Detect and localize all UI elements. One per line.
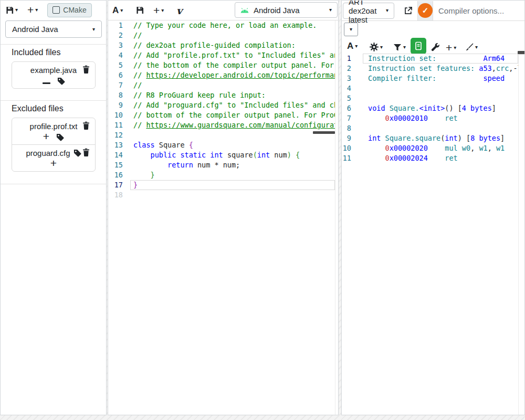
caret-down-icon: ▾	[15, 7, 18, 13]
line-content: 0x00002024 ret	[368, 153, 458, 163]
line-number: 7	[342, 113, 351, 123]
panel-dropdown-button[interactable]: ▾	[344, 23, 358, 36]
code-line[interactable]: 10// bottom of the compiler output panel…	[108, 110, 335, 120]
line-number: 7	[108, 80, 123, 90]
line-content: }	[133, 170, 155, 180]
caret-down-icon: ▾	[120, 8, 123, 13]
code-line[interactable]: 18	[108, 190, 335, 200]
code-line[interactable]: 10 0x00002020 mul w0, w1, w1	[342, 143, 518, 153]
line-number: 10	[108, 110, 123, 120]
line-number: 4	[342, 83, 351, 93]
filter-button[interactable]: ▾	[393, 43, 406, 51]
code-line[interactable]: 8	[342, 123, 518, 133]
add-pane-button[interactable]: + ▾	[153, 7, 164, 14]
include-file-button[interactable]: +	[43, 133, 49, 142]
open-in-new-window-button[interactable]	[404, 6, 413, 15]
code-line[interactable]: 8// R8 ProGuard keep rule input:	[108, 90, 335, 100]
code-line[interactable]: 3Compiler filter: speed	[342, 74, 518, 83]
add-tool-button[interactable]: + ▾	[446, 44, 456, 51]
file-card-proguard-cfg[interactable]: proguard.cfg +	[12, 144, 95, 171]
code-line[interactable]: 2//	[108, 30, 335, 40]
code-line[interactable]: 5	[342, 93, 518, 103]
line-content: // Add "proguard.cfg" to "Included files…	[133, 100, 335, 110]
code-line[interactable]: 2Instruction set features: a53,crc,-lse,…	[342, 64, 518, 74]
delete-file-button[interactable]	[82, 148, 90, 156]
save-button[interactable]: ▾	[6, 6, 18, 14]
line-content: return num * num;	[133, 160, 240, 170]
compiler-explorer-app: { "colors":{ "accent_green":"#28a745","a…	[0, 0, 525, 420]
assembly-output[interactable]: 1Instruction set: Arm642Instruction set …	[342, 54, 518, 415]
code-line[interactable]: 7 0x00002010 ret	[342, 113, 518, 123]
code-line[interactable]: 17}	[108, 180, 335, 190]
wand-icon	[465, 43, 474, 51]
wrench-icon	[431, 43, 440, 51]
excluded-files-section: Excluded files profile.prof.txt +	[1, 101, 106, 177]
vim-mode-button[interactable]: v	[176, 5, 182, 16]
line-number: 6	[108, 70, 123, 80]
code-line[interactable]: 15 return num * num;	[108, 160, 335, 170]
stage-file-button[interactable]	[57, 77, 65, 85]
code-line[interactable]: 6void Square.<init>() [4 bytes]	[342, 103, 518, 113]
save-button[interactable]	[136, 6, 144, 14]
code-line[interactable]: 3// dex2oat profile-guided compilation:	[108, 40, 335, 50]
code-line[interactable]: 7//	[108, 80, 335, 90]
line-number: 1	[342, 54, 351, 64]
font-icon: A	[112, 5, 119, 16]
file-card-profile-prof[interactable]: profile.prof.txt +	[12, 118, 95, 144]
code-line[interactable]: 4// Add "profile.prof.txt" to "Included …	[108, 50, 335, 60]
stage-file-button[interactable]	[56, 133, 64, 141]
code-line[interactable]: 13class Square {	[108, 140, 335, 150]
source-code[interactable]: 1// Type your code here, or load an exam…	[108, 20, 335, 415]
code-line[interactable]: 9int Square.square(int) [8 bytes]	[342, 133, 518, 143]
output-overview-ruler	[518, 54, 519, 415]
line-content: // bottom of the compiler output panel. …	[133, 110, 335, 120]
line-number: 11	[108, 120, 123, 130]
code-line[interactable]: 1// Type your code here, or load an exam…	[108, 20, 335, 30]
code-line[interactable]: 1Instruction set: Arm64	[342, 54, 518, 64]
cmake-toggle-button[interactable]: CMake	[47, 3, 91, 17]
compiler-select[interactable]: ART dex2oat latest ▾	[343, 3, 394, 19]
delete-file-button[interactable]	[82, 65, 90, 74]
line-content: // R8 ProGuard keep rule input:	[133, 90, 266, 100]
compiler-name: ART dex2oat latest	[349, 0, 386, 24]
code-line[interactable]: 6// https://developer.android.com/topic/…	[108, 70, 335, 80]
line-content: int Square.square(int) [8 bytes]	[368, 133, 505, 143]
caret-down-icon: ▾	[386, 8, 388, 13]
scrollbar-thumb[interactable]	[518, 51, 525, 54]
code-line[interactable]: 16 }	[108, 170, 335, 180]
tools-button[interactable]	[431, 43, 440, 51]
code-line[interactable]: 14 public static int square(int num) {	[108, 150, 335, 160]
overrides-button[interactable]: ▾	[465, 43, 478, 51]
font-size-button[interactable]: A ▾	[112, 5, 123, 16]
add-pane-button[interactable]: + ▾	[27, 6, 38, 14]
file-card-example-java[interactable]: example.java	[12, 62, 95, 88]
output-button[interactable]	[411, 38, 426, 54]
include-file-button[interactable]: +	[50, 160, 57, 169]
file-name: example.java	[30, 66, 77, 75]
code-line[interactable]: 9// Add "proguard.cfg" to "Included file…	[108, 100, 335, 110]
tag-icon	[57, 77, 65, 85]
excluded-files-list: profile.prof.txt + proguard.cfg	[12, 118, 96, 172]
editor-language-select[interactable]: Android Java ▾	[235, 2, 338, 18]
line-content: 0x00002010 ret	[368, 113, 458, 123]
code-line[interactable]: 4	[342, 83, 518, 93]
code-line[interactable]: 5// the bottom of the compiler output pa…	[108, 60, 335, 70]
code-line[interactable]: 11 0x00002024 ret	[342, 153, 518, 163]
compiler-icon-row: A ▾ ▾ ▾ + ▾ ▾	[342, 37, 524, 54]
sidebar-language-select[interactable]: Android Java ▾	[5, 20, 102, 38]
horizontal-scrollbar-thumb[interactable]	[313, 131, 335, 134]
delete-file-button[interactable]	[82, 121, 90, 130]
editor-overview-ruler	[335, 20, 335, 415]
line-number: 3	[108, 40, 123, 50]
source-editor-pane: A ▾ + ▾ v Android Java ▾ 1// Type your c…	[108, 0, 339, 415]
font-size-button[interactable]: A ▾	[347, 41, 358, 51]
compiler-options-input[interactable]	[436, 2, 524, 19]
code-line[interactable]: 12	[108, 130, 335, 140]
line-content: //	[133, 30, 142, 40]
line-content: }	[133, 180, 138, 190]
settings-button[interactable]: ▾	[370, 43, 383, 51]
line-content: public static int square(int num) {	[133, 150, 300, 160]
code-line[interactable]: 11// https://www.guardsquare.com/manual/…	[108, 120, 335, 130]
stage-file-button[interactable]	[74, 149, 81, 157]
exclude-file-button[interactable]	[43, 77, 50, 86]
